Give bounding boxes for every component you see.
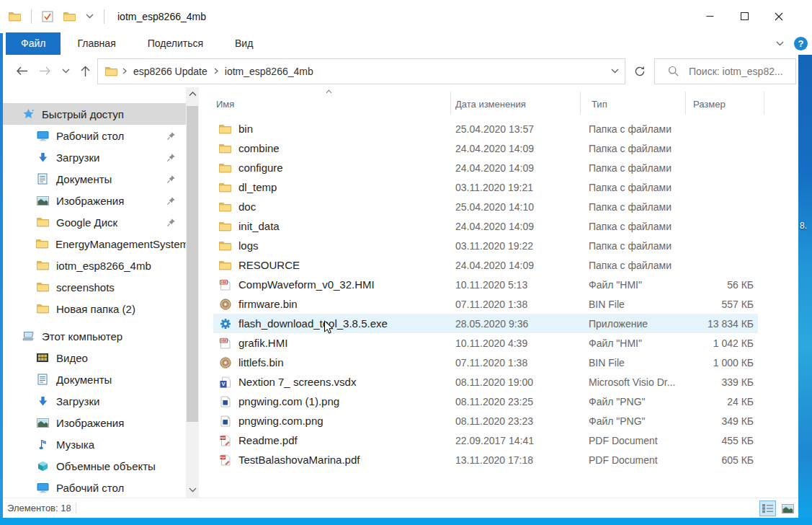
maximize-button[interactable] [727, 0, 762, 32]
close-button[interactable] [762, 0, 796, 32]
sidebar-item[interactable]: iotm_esp8266_4mb [3, 255, 186, 276]
details-view-button[interactable] [759, 500, 776, 516]
scroll-up-icon[interactable] [186, 87, 199, 100]
chevron-right-icon[interactable] [117, 68, 132, 74]
column-header-type[interactable]: Тип [592, 99, 607, 110]
address-dropdown-icon[interactable] [611, 69, 619, 74]
toolbar-separator [31, 9, 32, 24]
file-row[interactable]: pngwing.com.png 08.11.2020 23:23 Файл "P… [213, 411, 758, 431]
hmi-icon: HMI [219, 338, 231, 349]
downloads-icon [36, 396, 49, 407]
svg-text:V: V [221, 381, 225, 387]
file-row[interactable]: VNextion 7_ screens.vsdx 08.11.2020 19:0… [213, 372, 758, 392]
sidebar-item[interactable]: Изображения [3, 412, 186, 433]
pin-icon [166, 175, 176, 184]
ribbon-tab-3[interactable]: Вид [220, 32, 268, 55]
sort-ascending-icon [326, 89, 332, 94]
recent-locations-icon[interactable] [62, 69, 70, 74]
sidebar-item[interactable]: Рабочий стол [3, 477, 186, 498]
sidebar-item[interactable]: Google Диск [3, 211, 186, 233]
sidebar-item[interactable]: Рабочий стол [3, 125, 186, 146]
checkmark-icon[interactable] [42, 11, 53, 22]
ribbon-tab-2[interactable]: Поделиться [133, 32, 218, 55]
sidebar-item[interactable]: Музыка [3, 433, 186, 455]
sidebar-item[interactable]: Загрузки [3, 146, 186, 168]
file-row[interactable]: littlefs.bin 07.11.2020 1:38 BIN File 1 … [213, 353, 758, 372]
sidebar-item[interactable]: Новая папка (2) [3, 298, 186, 319]
sidebar-item[interactable]: Видео [3, 347, 186, 369]
folder-icon [219, 241, 231, 251]
scrollbar-thumb[interactable] [187, 106, 198, 422]
sidebar-item[interactable]: Этот компьютер [3, 325, 186, 347]
pin-icon [166, 218, 176, 227]
minimize-button[interactable] [692, 0, 727, 32]
png-icon [219, 396, 231, 407]
video-icon [36, 353, 49, 362]
ribbon-expand-icon[interactable] [776, 41, 784, 46]
column-divider[interactable] [450, 92, 451, 115]
file-row[interactable]: RESOURCE 24.04.2020 14:09 Папка с файлам… [213, 255, 758, 275]
file-row[interactable]: init_data 24.04.2020 14:09 Папка с файла… [213, 216, 758, 236]
sidebar-item[interactable]: screenshots [3, 276, 186, 298]
scroll-down-icon[interactable] [186, 483, 199, 496]
column-divider[interactable] [764, 92, 764, 115]
file-row[interactable]: HMICompWaveform_v0_32.HMI 10.11.2020 5:1… [213, 275, 758, 294]
forward-button[interactable] [39, 66, 51, 76]
back-button[interactable] [16, 66, 28, 76]
file-row[interactable]: PDFReadme.pdf 22.09.2017 14:41 PDF Docum… [213, 431, 758, 450]
file-row[interactable]: configure 24.04.2020 14:09 Папка с файла… [213, 158, 758, 177]
svg-text:PDF: PDF [220, 456, 226, 459]
sidebar-scrollbar[interactable] [186, 87, 199, 498]
sidebar-item[interactable]: EnergyManagementSystemN [3, 233, 186, 255]
file-row[interactable]: HMIgrafik.HMI 10.11.2020 4:39 Файл "HMI"… [213, 333, 758, 353]
column-divider[interactable] [685, 92, 686, 115]
chevron-down-icon[interactable] [86, 14, 94, 19]
folder-icon [219, 182, 231, 193]
file-row[interactable]: PDFTestBalashovaMarina.pdf 13.11.2020 17… [213, 450, 758, 469]
address-bar: esp8266 Updateiotm_esp8266_4mb [3, 55, 798, 87]
navigation-pane: Быстрый доступ Рабочий стол Загрузки Док… [3, 87, 186, 498]
file-row[interactable]: firmware.bin 07.11.2020 1:38 BIN File 55… [213, 294, 758, 314]
file-row[interactable]: dl_temp 03.11.2020 19:21 Папка с файлами [213, 177, 758, 197]
breadcrumb-segment[interactable]: esp8266 Update [132, 66, 209, 77]
help-button[interactable]: ? [794, 37, 808, 50]
breadcrumb-box[interactable]: esp8266 Updateiotm_esp8266_4mb [97, 58, 625, 84]
new-folder-icon[interactable] [63, 12, 76, 22]
up-button[interactable] [81, 66, 90, 77]
ribbon-tab-1[interactable]: Главная [62, 32, 130, 55]
sidebar-item[interactable]: Объемные объекты [3, 455, 186, 477]
column-header-size[interactable]: Размер [693, 99, 726, 110]
file-row[interactable]: pngwing.com (1).png 08.11.2020 23:25 Фай… [213, 392, 758, 411]
pdf-icon: PDF [219, 454, 231, 466]
sidebar-item[interactable]: Загрузки [3, 390, 186, 412]
sidebar-item[interactable]: Быстрый доступ [3, 103, 186, 125]
bin-icon [219, 357, 231, 369]
sidebar-item[interactable]: Документы [3, 168, 186, 190]
explorer-folder-icon [9, 12, 21, 22]
thumbnails-view-button[interactable] [780, 500, 796, 516]
file-row[interactable]: combine 24.04.2020 14:09 Папка с файлами [213, 138, 758, 158]
pictures-icon [36, 418, 49, 428]
column-header-name[interactable]: Имя [216, 99, 234, 110]
breadcrumb-segment[interactable]: iotm_esp8266_4mb [223, 66, 315, 77]
sidebar-item[interactable]: Изображения [3, 190, 186, 211]
maximize-icon [741, 12, 749, 20]
refresh-button[interactable] [625, 58, 654, 84]
file-row[interactable]: doc 25.04.2020 14:10 Папка с файлами [213, 197, 758, 216]
file-row[interactable]: logs 03.11.2020 19:22 Папка с файлами [213, 236, 758, 255]
ribbon-tabs: ФайлГлавнаяПоделитьсяВид [0, 32, 268, 55]
file-row[interactable]: bin 25.04.2020 13:57 Папка с файлами [213, 119, 758, 138]
column-header-date[interactable]: Дата изменения [455, 99, 526, 110]
ribbon-tab-0[interactable]: Файл [6, 32, 61, 55]
close-icon [775, 12, 783, 21]
search-input[interactable] [687, 65, 791, 78]
bin-icon [219, 299, 231, 310]
file-row[interactable]: flash_download_tool_3.8.5.exe 28.05.2020… [213, 314, 758, 333]
column-divider[interactable] [580, 92, 581, 115]
chevron-right-icon[interactable] [209, 68, 223, 74]
desktop-icon [36, 131, 49, 141]
quickaccess-icon [22, 108, 35, 120]
minimize-icon [706, 12, 714, 20]
sidebar-item[interactable]: Документы [3, 369, 186, 390]
desktop-background [0, 33, 3, 525]
